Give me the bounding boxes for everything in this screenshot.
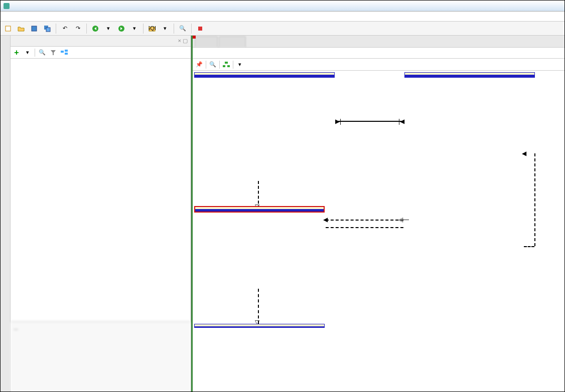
sql-menu[interactable]: ▾ [160,23,171,34]
erd-employees[interactable] [404,72,535,78]
svg-text:SQL: SQL [149,25,156,31]
add-connection-button[interactable]: + [13,49,21,57]
editor-area: 📌 🔍 ▾ ▶| |◀ ▽ ▽ ◀ ◁— [191,36,564,391]
connections-toolbar: + ▾ 🔍 [11,47,191,59]
left-vtabs [1,36,11,391]
saveall-button[interactable] [42,23,53,34]
add-menu[interactable]: ▾ [24,49,32,57]
erd-job-history[interactable] [194,72,335,78]
svg-rect-2 [32,26,37,31]
bottom-panel: ... [11,321,191,391]
actions-dropdown[interactable]: ▾ [235,60,244,69]
ghost-tab-1 [195,36,218,47]
forward-menu[interactable]: ▾ [129,23,140,34]
open-button[interactable] [16,23,27,34]
svg-rect-12 [65,53,68,55]
back-menu[interactable]: ▾ [103,23,114,34]
svg-rect-14 [223,65,225,67]
svg-rect-13 [225,62,228,64]
erd-departments[interactable] [194,206,325,213]
svg-rect-9 [198,27,202,31]
back-button[interactable] [90,23,101,34]
svg-rect-4 [46,28,50,32]
ghost-tab-2 [219,36,246,47]
sidebar: × ▢ + ▾ 🔍 ... [11,36,191,391]
refresh-button[interactable]: 🔍 [38,49,46,57]
tree-button[interactable] [60,49,68,57]
svg-rect-11 [65,50,68,52]
app-window: ↶ ↷ ▾ ▾ SQL ▾ 🔍 × ▢ + ▾ 🔍 [0,0,565,392]
connections-header: × ▢ [11,36,191,47]
app-icon [3,2,11,10]
find-button[interactable]: 🔍 [177,23,188,34]
erd-canvas[interactable]: ▶| |◀ ▽ ▽ ◀ ◁— ◀ [193,71,564,391]
zoom-button[interactable]: 🔍 [208,60,217,69]
menubar [1,12,564,22]
editor-tabs [193,36,564,48]
save-button[interactable] [29,23,40,34]
titlebar [1,1,564,12]
svg-rect-1 [6,26,11,31]
body: × ▢ + ▾ 🔍 ... [1,36,564,391]
pin-button[interactable]: 📌 [195,60,204,69]
table-subtabs [193,48,564,59]
svg-rect-0 [4,3,10,9]
close-panel-icon[interactable]: × ▢ [178,38,188,44]
svg-rect-10 [61,51,64,53]
reports-vtab[interactable] [5,46,7,50]
stop-button[interactable] [195,23,206,34]
main-toolbar: ↶ ↷ ▾ ▾ SQL ▾ 🔍 [1,22,564,36]
filter-button[interactable] [49,49,57,57]
redo-button[interactable]: ↷ [72,23,83,34]
new-button[interactable] [3,23,14,34]
connection-tree[interactable] [11,59,191,321]
sql-button[interactable]: SQL [147,23,158,34]
undo-button[interactable]: ↶ [59,23,70,34]
forward-button[interactable] [116,23,127,34]
erd-locations[interactable] [194,324,325,328]
model-toolbar: 📌 🔍 ▾ [193,59,564,71]
svg-rect-15 [227,65,230,67]
layout-button[interactable] [222,60,231,69]
